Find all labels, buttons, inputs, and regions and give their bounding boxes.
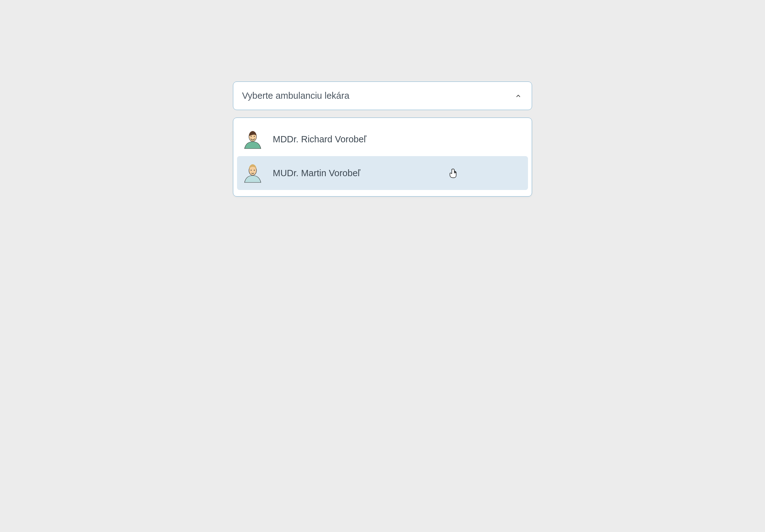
svg-point-1 bbox=[251, 136, 252, 137]
doctor-select-container: Vyberte ambulanciu lekára MDDr. Richard bbox=[233, 82, 532, 197]
dropdown-option[interactable]: MUDr. Martin Vorobeľ bbox=[237, 156, 528, 190]
dropdown-header[interactable]: Vyberte ambulanciu lekára bbox=[233, 82, 532, 110]
dropdown-option-label: MUDr. Martin Vorobeľ bbox=[273, 168, 360, 178]
dropdown-option[interactable]: MDDr. Richard Vorobeľ bbox=[237, 122, 528, 156]
svg-point-4 bbox=[251, 170, 252, 171]
doctor-avatar-icon bbox=[243, 129, 263, 149]
doctor-avatar-icon bbox=[243, 163, 263, 183]
svg-point-2 bbox=[254, 136, 255, 137]
chevron-up-icon bbox=[515, 93, 522, 99]
dropdown-option-label: MDDr. Richard Vorobeľ bbox=[273, 134, 367, 145]
dropdown-list: MDDr. Richard Vorobeľ MUDr. Martin Vorob… bbox=[233, 118, 532, 197]
dropdown-placeholder: Vyberte ambulanciu lekára bbox=[242, 91, 349, 101]
svg-point-5 bbox=[254, 170, 255, 171]
pointer-cursor-icon bbox=[449, 169, 456, 178]
